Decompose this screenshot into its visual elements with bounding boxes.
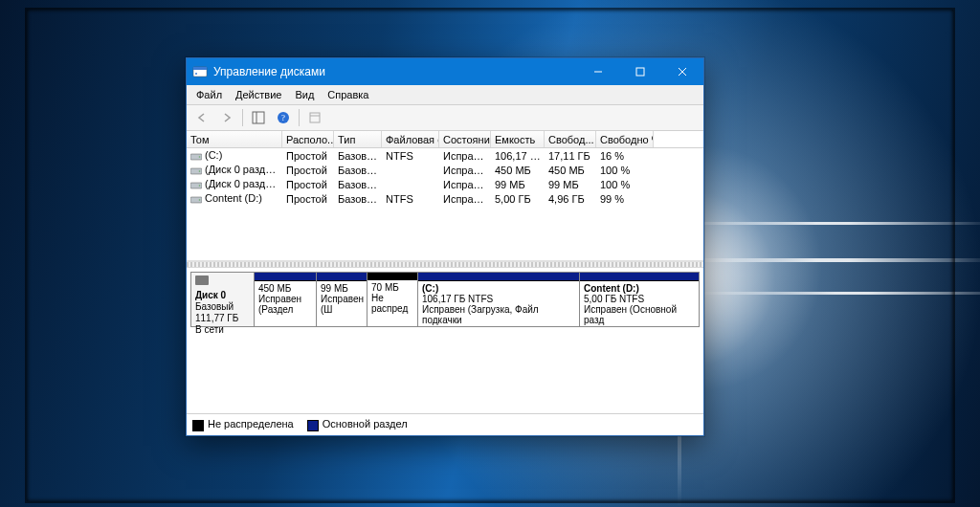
- cell-layout: Простой: [282, 150, 334, 162]
- col-filesystem[interactable]: Файловая с...: [382, 131, 439, 147]
- menu-help[interactable]: Справка: [322, 87, 374, 102]
- drive-icon: [190, 152, 202, 162]
- volume-row[interactable]: (Диск 0 раздел 2)ПростойБазовыйИсправен.…: [187, 177, 703, 191]
- cell-capacity: 99 МБ: [491, 179, 545, 190]
- cell-free: 17,11 ГБ: [545, 150, 596, 162]
- cell-free: 450 МБ: [545, 165, 596, 176]
- drive-icon: [190, 166, 202, 176]
- refresh-button[interactable]: [303, 106, 326, 129]
- legend-primary-label: Основной раздел: [323, 418, 408, 430]
- show-hide-tree-button[interactable]: [247, 106, 270, 129]
- col-free-pct[interactable]: Свободно %: [596, 131, 654, 147]
- col-free[interactable]: Свобод...: [545, 131, 596, 147]
- col-capacity[interactable]: Емкость: [491, 131, 545, 147]
- legend-unallocated: Не распределена: [192, 418, 294, 430]
- partition-name: Content (D:): [584, 283, 695, 294]
- partition-status: Исправен (Основной разд: [584, 304, 695, 325]
- disk-row[interactable]: Диск 0 Базовый 111,77 ГБ В сети 450 МБИс…: [190, 272, 700, 327]
- partition-status: Исправен (Загрузка, Файл подкачки: [422, 304, 575, 325]
- cell-free-pct: 100 %: [596, 179, 654, 190]
- col-layout[interactable]: Располо...: [282, 131, 334, 147]
- menu-view[interactable]: Вид: [289, 87, 320, 102]
- partition-status: Исправен (Раздел: [258, 294, 312, 315]
- help-button[interactable]: ?: [272, 106, 295, 129]
- col-status[interactable]: Состояние: [439, 131, 491, 147]
- nav-forward-button[interactable]: [215, 106, 238, 129]
- toolbar-separator: [242, 109, 243, 126]
- window-title: Управление дисками: [213, 65, 577, 78]
- disk-icon: [195, 276, 209, 285]
- svg-text:?: ?: [281, 113, 285, 122]
- close-button[interactable]: [661, 58, 703, 85]
- partition-body: 450 МБИсправен (Раздел: [255, 281, 316, 326]
- column-headers[interactable]: Том Располо... Тип Файловая с... Состоян…: [187, 131, 703, 148]
- toolbar: ?: [187, 105, 703, 131]
- svg-rect-4: [636, 68, 644, 76]
- cell-status: Исправен...: [439, 150, 491, 162]
- menu-action[interactable]: Действие: [230, 87, 287, 102]
- volume-list[interactable]: Том Располо... Тип Файловая с... Состоян…: [187, 131, 703, 262]
- cell-free-pct: 16 %: [596, 150, 654, 162]
- partition-primary[interactable]: (C:)106,17 ГБ NTFSИсправен (Загрузка, Фа…: [418, 273, 580, 326]
- volume-row[interactable]: Content (D:)ПростойБазовыйNTFSИсправен..…: [187, 191, 703, 206]
- maximize-button[interactable]: [619, 58, 661, 85]
- partition-size: 5,00 ГБ NTFS: [584, 294, 695, 304]
- disk-layout-panel: Диск 0 Базовый 111,77 ГБ В сети 450 МБИс…: [187, 267, 703, 413]
- disk-size: 111,77 ГБ: [195, 313, 250, 324]
- partition-stripe: [580, 273, 699, 281]
- cell-fs: NTFS: [382, 150, 439, 162]
- cell-capacity: 450 МБ: [491, 165, 545, 176]
- cell-volume: (Диск 0 раздел 2): [187, 178, 282, 189]
- partition-stripe: [368, 273, 417, 280]
- partition-primary[interactable]: Content (D:)5,00 ГБ NTFSИсправен (Основн…: [580, 273, 699, 326]
- cell-volume: Content (D:): [187, 192, 282, 204]
- titlebar[interactable]: Управление дисками: [187, 58, 703, 85]
- partition-stripe: [317, 273, 367, 281]
- disk-mgmt-icon: [192, 64, 208, 79]
- col-volume[interactable]: Том: [187, 131, 282, 147]
- legend-unallocated-label: Не распределена: [208, 418, 294, 430]
- menu-file[interactable]: Файл: [190, 87, 228, 102]
- wallpaper-beam: [670, 222, 980, 225]
- minimize-button[interactable]: [577, 58, 619, 85]
- disk-label: Диск 0: [195, 290, 250, 301]
- cell-layout: Простой: [282, 193, 334, 205]
- svg-point-18: [199, 185, 201, 187]
- cell-free: 99 МБ: [545, 179, 596, 190]
- partition-primary[interactable]: 450 МБИсправен (Раздел: [255, 273, 317, 326]
- swatch-unallocated-icon: [192, 420, 204, 431]
- cell-type: Базовый: [334, 179, 382, 190]
- toolbar-separator: [299, 109, 300, 126]
- partition-body: (C:)106,17 ГБ NTFSИсправен (Загрузка, Фа…: [418, 281, 579, 326]
- cell-status: Исправен...: [439, 165, 491, 176]
- swatch-primary-icon: [307, 420, 319, 431]
- svg-point-16: [199, 170, 201, 172]
- drive-icon: [190, 195, 202, 205]
- disk-management-window: Управление дисками Файл Действие Вид Спр…: [186, 57, 704, 436]
- svg-point-14: [199, 156, 201, 158]
- partition-unallocated[interactable]: 70 МБНе распред: [368, 273, 418, 326]
- cell-layout: Простой: [282, 165, 334, 176]
- svg-rect-11: [310, 113, 320, 122]
- disk-info[interactable]: Диск 0 Базовый 111,77 ГБ В сети: [191, 273, 255, 326]
- cell-capacity: 106,17 ГБ: [491, 150, 545, 162]
- cell-volume: (C:): [187, 149, 282, 161]
- svg-point-2: [195, 73, 197, 75]
- partition-status: Исправен (Ш: [321, 294, 363, 315]
- cell-free-pct: 100 %: [596, 165, 654, 176]
- volume-row[interactable]: (C:)ПростойБазовыйNTFSИсправен...106,17 …: [187, 148, 703, 163]
- partition-body: 99 МБИсправен (Ш: [317, 281, 367, 326]
- cell-capacity: 5,00 ГБ: [491, 193, 545, 205]
- disk-state: В сети: [195, 324, 250, 336]
- partition-size: 450 МБ: [258, 283, 312, 294]
- legend: Не распределена Основной раздел: [187, 413, 703, 435]
- partition-primary[interactable]: 99 МБИсправен (Ш: [317, 273, 368, 326]
- volume-row[interactable]: (Диск 0 раздел 1)ПростойБазовыйИсправен.…: [187, 163, 703, 177]
- desktop-wallpaper: Управление дисками Файл Действие Вид Спр…: [0, 0, 980, 507]
- nav-back-button[interactable]: [190, 106, 213, 129]
- partition-stripe: [418, 273, 579, 281]
- cell-free-pct: 99 %: [596, 193, 654, 205]
- cell-volume: (Диск 0 раздел 1): [187, 164, 282, 175]
- svg-rect-1: [193, 67, 207, 70]
- col-type[interactable]: Тип: [334, 131, 382, 147]
